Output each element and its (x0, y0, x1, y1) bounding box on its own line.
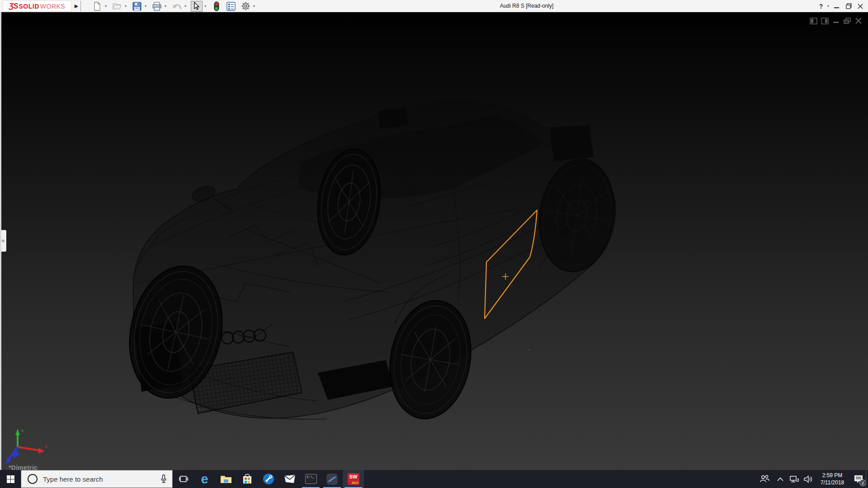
taskbar-item-support-tool[interactable] (258, 470, 279, 488)
file-explorer-icon (220, 474, 232, 484)
tray-overflow-button[interactable] (773, 470, 788, 488)
document-restore-icon (844, 18, 851, 24)
graphics-viewport[interactable]: Y X Z *Dimetric (0, 12, 868, 470)
people-button[interactable] (756, 470, 773, 488)
options-button[interactable] (240, 1, 251, 12)
select-dropdown[interactable]: ▾ (203, 1, 208, 12)
pane-right-icon (821, 18, 829, 24)
options-gear-icon (241, 1, 250, 11)
mail-icon (284, 474, 296, 483)
taskbar-item-edge[interactable]: e (194, 470, 215, 488)
toolbar-divider (80, 1, 81, 11)
hexagon-app-icon (326, 474, 338, 485)
taskbar-item-hexagon-app[interactable] (321, 470, 343, 488)
task-view-button[interactable] (173, 470, 194, 488)
save-dropdown[interactable]: ▾ (143, 1, 148, 12)
taskbar-item-solidworks[interactable]: SW 2017 (343, 470, 364, 488)
task-view-icon (179, 475, 188, 483)
start-button[interactable] (0, 470, 21, 488)
solidworks-logo[interactable]: ƷS SOLIDWORKS (3, 0, 71, 12)
new-document-dropdown[interactable]: ▾ (103, 1, 108, 12)
undo-icon (172, 2, 182, 10)
microphone-icon[interactable] (160, 474, 167, 483)
close-icon (858, 4, 863, 9)
undo-dropdown[interactable]: ▾ (183, 1, 188, 12)
clock-time: 2:59 PM (816, 472, 849, 479)
open-folder-icon (112, 2, 122, 10)
taskbar-item-file-explorer[interactable] (215, 470, 236, 488)
solidworks-icon-year: 2017 (352, 481, 359, 484)
taskbar-item-store[interactable] (236, 470, 258, 488)
taskbar-item-command-prompt[interactable]: C:\_ (300, 470, 321, 488)
search-input[interactable] (43, 475, 160, 483)
open-dropdown[interactable]: ▾ (123, 1, 128, 12)
network-button[interactable] (788, 470, 801, 488)
restore-icon (846, 3, 852, 9)
network-icon (790, 475, 799, 483)
triad-y-label: Y (21, 429, 24, 433)
pane-left-button[interactable] (809, 17, 817, 25)
pane-right-button[interactable] (821, 17, 829, 25)
cortana-icon (28, 474, 38, 484)
volume-icon (804, 475, 813, 483)
edge-icon: e (201, 473, 208, 486)
windows-logo-icon (7, 475, 14, 483)
solidworks-icon-label: SW (349, 474, 358, 479)
document-minimize-button[interactable] (832, 17, 840, 25)
save-button[interactable] (131, 1, 143, 12)
minimize-icon (834, 4, 840, 9)
print-button[interactable] (151, 1, 163, 12)
taskbar-item-mail[interactable] (279, 470, 300, 488)
menu-expand-arrow[interactable]: ▶ (73, 2, 80, 10)
file-properties-icon (226, 2, 236, 11)
options-dropdown[interactable]: ▾ (251, 1, 257, 12)
notification-badge: 2 (859, 479, 866, 486)
people-icon (760, 475, 769, 483)
document-minimize-icon (833, 18, 839, 24)
help-button[interactable]: ? (816, 0, 826, 12)
document-title: Audi R8 S [Read-only] (500, 0, 554, 12)
triad-x-label: X (45, 444, 47, 449)
action-center-button[interactable]: 2 (849, 470, 868, 488)
show-desktop-button[interactable] (866, 470, 868, 488)
print-icon (152, 2, 162, 11)
chevron-up-icon (777, 477, 783, 481)
command-prompt-icon: C:\_ (305, 474, 317, 484)
new-document-button[interactable] (91, 1, 103, 12)
window-controls: ? ▾ (816, 0, 866, 12)
standard-toolbar: ▾ ▾ ▾ ▾ ▾ ▾ (89, 0, 257, 12)
undo-button[interactable] (171, 1, 183, 12)
file-properties-button[interactable] (225, 1, 237, 12)
ds-logo-glyph: ƷS (9, 2, 18, 11)
rebuild-traffic-light-button[interactable] (211, 1, 222, 12)
view-orientation-label: *Dimetric (9, 464, 38, 470)
open-button[interactable] (111, 1, 123, 12)
clock-date: 7/11/2018 (816, 479, 849, 486)
logo-text-solid: SOLID (19, 3, 39, 10)
logo-text-works: WORKS (40, 3, 65, 10)
taskbar-clock[interactable]: 2:59 PM 7/11/2018 (816, 472, 849, 486)
restore-button[interactable] (843, 0, 854, 12)
document-close-button[interactable] (854, 17, 863, 25)
document-close-icon (855, 18, 862, 24)
save-icon (132, 2, 142, 11)
volume-button[interactable] (801, 470, 816, 488)
print-dropdown[interactable]: ▾ (163, 1, 168, 12)
store-icon (242, 474, 252, 484)
document-restore-button[interactable] (843, 17, 851, 25)
orientation-triad: Y X Z (4, 428, 49, 469)
car-wireframe (1, 12, 868, 470)
taskbar-search[interactable] (21, 470, 173, 488)
system-tray: 2:59 PM 7/11/2018 2 (756, 470, 868, 488)
minimize-button[interactable] (831, 0, 843, 12)
help-dropdown[interactable]: ▾ (826, 0, 831, 12)
titlebar: ƷS SOLIDWORKS ▶ ▾ ▾ ▾ ▾ ▾ ▾ (0, 0, 868, 12)
taskbar: e C:\_ SW (0, 470, 868, 488)
close-button[interactable] (854, 0, 866, 12)
select-button[interactable] (191, 1, 203, 12)
flyout-dot-icon (2, 239, 5, 242)
solidworks-app-icon: SW 2017 (348, 473, 359, 485)
select-cursor-icon (193, 2, 200, 10)
panel-flyout-tab[interactable] (0, 230, 6, 252)
new-document-icon (93, 2, 101, 11)
